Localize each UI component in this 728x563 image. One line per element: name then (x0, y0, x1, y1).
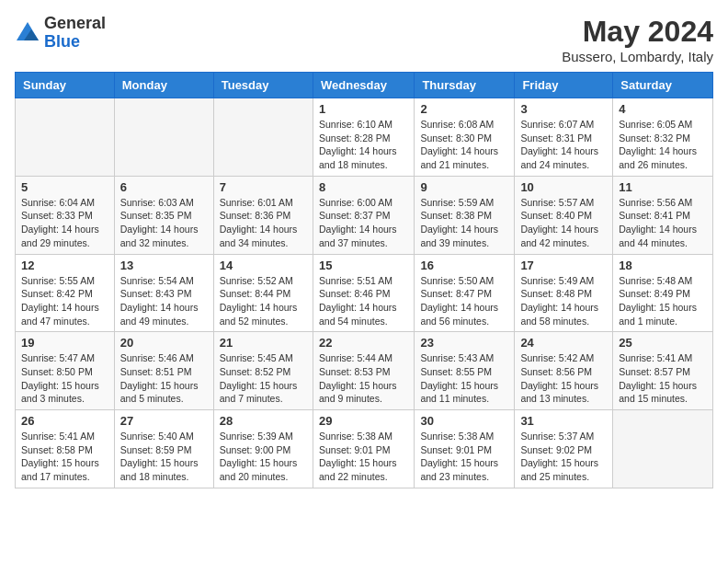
calendar-cell-w4-d4: 30Sunrise: 5:38 AMSunset: 9:01 PMDayligh… (415, 410, 515, 488)
day-number: 4 (619, 102, 707, 116)
calendar-cell-w3-d6: 25Sunrise: 5:41 AMSunset: 8:57 PMDayligh… (613, 332, 713, 410)
day-number: 31 (520, 414, 607, 428)
day-number: 7 (220, 180, 307, 194)
day-info: Sunrise: 5:46 AMSunset: 8:51 PMDaylight:… (120, 351, 208, 406)
calendar: Sunday Monday Tuesday Wednesday Thursday… (15, 72, 713, 488)
day-info: Sunrise: 6:07 AMSunset: 8:31 PMDaylight:… (520, 118, 607, 172)
calendar-cell-w2-d2: 14Sunrise: 5:52 AMSunset: 8:44 PMDayligh… (213, 254, 313, 332)
day-info: Sunrise: 5:57 AMSunset: 8:40 PMDaylight:… (520, 196, 607, 250)
day-number: 8 (319, 180, 408, 194)
calendar-cell-w3-d1: 20Sunrise: 5:46 AMSunset: 8:51 PMDayligh… (114, 332, 213, 410)
day-info: Sunrise: 6:05 AMSunset: 8:32 PMDaylight:… (619, 118, 707, 172)
calendar-cell-w0-d2 (213, 98, 313, 177)
day-info: Sunrise: 5:41 AMSunset: 8:58 PMDaylight:… (21, 430, 108, 484)
day-number: 1 (319, 102, 408, 116)
day-number: 22 (319, 336, 408, 350)
day-number: 24 (520, 336, 607, 350)
day-info: Sunrise: 5:56 AMSunset: 8:41 PMDaylight:… (619, 196, 707, 250)
day-number: 26 (21, 414, 108, 428)
calendar-cell-w2-d3: 15Sunrise: 5:51 AMSunset: 8:46 PMDayligh… (313, 254, 414, 332)
day-number: 25 (619, 336, 707, 350)
day-number: 15 (319, 259, 408, 272)
calendar-cell-w3-d2: 21Sunrise: 5:45 AMSunset: 8:52 PMDayligh… (213, 332, 313, 410)
day-info: Sunrise: 5:37 AMSunset: 9:02 PMDaylight:… (520, 430, 607, 484)
header-friday: Friday (515, 73, 613, 98)
header-monday: Monday (114, 73, 213, 98)
day-number: 9 (420, 180, 508, 194)
day-info: Sunrise: 6:10 AMSunset: 8:28 PMDaylight:… (319, 118, 408, 172)
day-info: Sunrise: 6:01 AMSunset: 8:36 PMDaylight:… (220, 196, 307, 250)
calendar-header-row: Sunday Monday Tuesday Wednesday Thursday… (16, 73, 713, 98)
day-info: Sunrise: 5:44 AMSunset: 8:53 PMDaylight:… (319, 351, 408, 406)
day-info: Sunrise: 5:51 AMSunset: 8:46 PMDaylight:… (319, 274, 408, 328)
day-info: Sunrise: 5:49 AMSunset: 8:48 PMDaylight:… (520, 274, 607, 328)
calendar-cell-w0-d0 (16, 98, 115, 177)
calendar-cell-w2-d1: 13Sunrise: 5:54 AMSunset: 8:43 PMDayligh… (114, 254, 213, 332)
calendar-cell-w1-d5: 10Sunrise: 5:57 AMSunset: 8:40 PMDayligh… (515, 176, 613, 254)
calendar-cell-w2-d6: 18Sunrise: 5:48 AMSunset: 8:49 PMDayligh… (613, 254, 713, 332)
day-number: 21 (220, 336, 307, 350)
day-info: Sunrise: 6:03 AMSunset: 8:35 PMDaylight:… (120, 196, 208, 250)
day-info: Sunrise: 5:40 AMSunset: 8:59 PMDaylight:… (120, 430, 208, 484)
logo-icon (15, 20, 40, 46)
header-wednesday: Wednesday (313, 73, 414, 98)
day-info: Sunrise: 5:47 AMSunset: 8:50 PMDaylight:… (21, 351, 108, 406)
calendar-cell-w4-d0: 26Sunrise: 5:41 AMSunset: 8:58 PMDayligh… (16, 410, 115, 488)
calendar-cell-w4-d2: 28Sunrise: 5:39 AMSunset: 9:00 PMDayligh… (213, 410, 313, 488)
day-info: Sunrise: 6:04 AMSunset: 8:33 PMDaylight:… (21, 196, 108, 250)
day-number: 17 (520, 259, 607, 272)
calendar-cell-w0-d4: 2Sunrise: 6:08 AMSunset: 8:30 PMDaylight… (415, 98, 515, 177)
calendar-cell-w1-d3: 8Sunrise: 6:00 AMSunset: 8:37 PMDaylight… (313, 176, 414, 254)
day-info: Sunrise: 5:45 AMSunset: 8:52 PMDaylight:… (220, 351, 307, 406)
header-saturday: Saturday (613, 73, 713, 98)
day-info: Sunrise: 6:08 AMSunset: 8:30 PMDaylight:… (420, 118, 508, 172)
calendar-cell-w2-d0: 12Sunrise: 5:55 AMSunset: 8:42 PMDayligh… (16, 254, 115, 332)
day-number: 14 (220, 259, 307, 272)
calendar-cell-w0-d1 (114, 98, 213, 177)
calendar-cell-w4-d5: 31Sunrise: 5:37 AMSunset: 9:02 PMDayligh… (515, 410, 613, 488)
day-number: 13 (120, 259, 208, 272)
calendar-cell-w0-d5: 3Sunrise: 6:07 AMSunset: 8:31 PMDaylight… (515, 98, 613, 177)
title-area: May 2024 Bussero, Lombardy, Italy (562, 15, 713, 64)
day-number: 3 (520, 102, 607, 116)
day-number: 20 (120, 336, 208, 350)
day-number: 2 (420, 102, 508, 116)
day-info: Sunrise: 5:42 AMSunset: 8:56 PMDaylight:… (520, 351, 607, 406)
week-row-4: 26Sunrise: 5:41 AMSunset: 8:58 PMDayligh… (16, 410, 713, 488)
day-number: 23 (420, 336, 508, 350)
day-number: 29 (319, 414, 408, 428)
logo: General Blue (15, 15, 106, 52)
day-info: Sunrise: 5:55 AMSunset: 8:42 PMDaylight:… (21, 274, 108, 328)
calendar-cell-w4-d3: 29Sunrise: 5:38 AMSunset: 9:01 PMDayligh… (313, 410, 414, 488)
day-info: Sunrise: 5:41 AMSunset: 8:57 PMDaylight:… (619, 351, 707, 406)
day-info: Sunrise: 5:50 AMSunset: 8:47 PMDaylight:… (420, 274, 508, 328)
month-title: May 2024 (562, 15, 713, 49)
calendar-cell-w2-d5: 17Sunrise: 5:49 AMSunset: 8:48 PMDayligh… (515, 254, 613, 332)
calendar-cell-w0-d6: 4Sunrise: 6:05 AMSunset: 8:32 PMDaylight… (613, 98, 713, 177)
day-info: Sunrise: 6:00 AMSunset: 8:37 PMDaylight:… (319, 196, 408, 250)
day-number: 19 (21, 336, 108, 350)
calendar-cell-w3-d5: 24Sunrise: 5:42 AMSunset: 8:56 PMDayligh… (515, 332, 613, 410)
week-row-0: 1Sunrise: 6:10 AMSunset: 8:28 PMDaylight… (16, 98, 713, 177)
calendar-cell-w1-d6: 11Sunrise: 5:56 AMSunset: 8:41 PMDayligh… (613, 176, 713, 254)
day-number: 16 (420, 259, 508, 272)
day-info: Sunrise: 5:43 AMSunset: 8:55 PMDaylight:… (420, 351, 508, 406)
calendar-cell-w3-d4: 23Sunrise: 5:43 AMSunset: 8:55 PMDayligh… (415, 332, 515, 410)
day-number: 18 (619, 259, 707, 272)
calendar-cell-w1-d4: 9Sunrise: 5:59 AMSunset: 8:38 PMDaylight… (415, 176, 515, 254)
day-info: Sunrise: 5:39 AMSunset: 9:00 PMDaylight:… (220, 430, 307, 484)
week-row-2: 12Sunrise: 5:55 AMSunset: 8:42 PMDayligh… (16, 254, 713, 332)
calendar-cell-w4-d6 (613, 410, 713, 488)
day-number: 27 (120, 414, 208, 428)
calendar-cell-w1-d2: 7Sunrise: 6:01 AMSunset: 8:36 PMDaylight… (213, 176, 313, 254)
logo-text: General Blue (44, 15, 106, 52)
week-row-3: 19Sunrise: 5:47 AMSunset: 8:50 PMDayligh… (16, 332, 713, 410)
day-number: 12 (21, 259, 108, 272)
calendar-cell-w0-d3: 1Sunrise: 6:10 AMSunset: 8:28 PMDaylight… (313, 98, 414, 177)
calendar-cell-w3-d3: 22Sunrise: 5:44 AMSunset: 8:53 PMDayligh… (313, 332, 414, 410)
day-info: Sunrise: 5:54 AMSunset: 8:43 PMDaylight:… (120, 274, 208, 328)
day-number: 28 (220, 414, 307, 428)
location: Bussero, Lombardy, Italy (562, 49, 713, 64)
day-info: Sunrise: 5:59 AMSunset: 8:38 PMDaylight:… (420, 196, 508, 250)
page-header: General Blue May 2024 Bussero, Lombardy,… (15, 15, 713, 64)
